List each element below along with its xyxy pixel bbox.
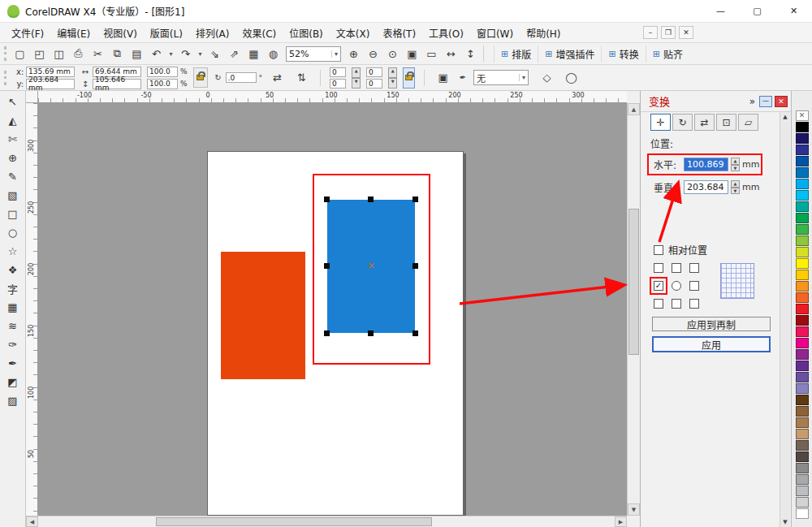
outline-pen-tool[interactable]: ✒ <box>3 354 23 373</box>
stepper-up-icon[interactable]: ▲ <box>388 67 397 78</box>
rectangle-tool[interactable]: □ <box>3 205 23 223</box>
new-document-button[interactable]: ▢ <box>11 45 29 63</box>
color-swatch[interactable] <box>796 463 809 473</box>
scroll-right-button[interactable]: ▶ <box>615 516 627 527</box>
color-swatch[interactable] <box>796 145 809 155</box>
color-swatch[interactable] <box>796 451 809 462</box>
orange-rectangle-shape[interactable] <box>221 252 305 379</box>
vertical-stepper[interactable]: ▲▼ <box>731 180 740 194</box>
menubar-item[interactable]: 排列(A) <box>189 23 236 43</box>
zoom-all-objects-button[interactable]: ▣ <box>403 45 421 63</box>
mirror-vertical-button[interactable]: ⇅ <box>292 69 311 87</box>
fill-tool[interactable]: ◩ <box>3 373 23 391</box>
interactive-blend-tool[interactable]: ≋ <box>3 317 23 335</box>
wrap-text-button[interactable]: ▣ <box>434 69 452 87</box>
color-swatch[interactable] <box>796 372 809 382</box>
ellipse-tool[interactable]: ○ <box>3 223 23 242</box>
color-swatch[interactable] <box>796 235 809 246</box>
anchor-center-radio[interactable] <box>672 281 681 291</box>
corner-bottom-left-field[interactable]: 0 <box>330 79 346 89</box>
convert-to-curves-button[interactable]: ◇ <box>538 69 556 87</box>
polygon-tool[interactable]: ☆ <box>3 242 23 261</box>
menubar-item[interactable]: 版面(L) <box>144 23 189 43</box>
horizontal-ruler[interactable]: -100-50050100150200250300 <box>38 91 627 103</box>
corner-bottom-right-field[interactable]: 0 <box>366 79 382 89</box>
transform-position-button[interactable]: ✛ <box>650 114 671 131</box>
interactive-fill-tool[interactable]: ▨ <box>3 391 23 410</box>
paste-button[interactable]: ▤ <box>127 45 146 63</box>
color-swatch[interactable] <box>796 361 809 371</box>
corner-lock-button[interactable] <box>403 67 415 89</box>
smart-fill-tool[interactable]: ▧ <box>3 186 23 205</box>
zoom-level-combo[interactable]: 52% ▾ <box>286 46 341 62</box>
color-swatch[interactable] <box>796 338 809 348</box>
outline-width-combo[interactable]: 无 ▾ <box>473 70 529 85</box>
apply-button[interactable]: 应用 <box>652 336 771 352</box>
mirror-horizontal-button[interactable]: ⇄ <box>268 69 287 87</box>
color-swatch[interactable] <box>796 270 809 280</box>
import-button[interactable]: ⇘ <box>205 45 224 63</box>
color-swatch[interactable] <box>796 383 809 394</box>
menubar-item[interactable]: 效果(C) <box>235 23 283 43</box>
anchor-bottom-right-checkbox[interactable] <box>689 299 699 309</box>
drawing-canvas[interactable]: ✕ <box>38 103 627 516</box>
stepper-down-icon[interactable]: ▼ <box>388 78 397 89</box>
scale-y-field[interactable]: 100.0 <box>147 79 178 89</box>
anchor-top-right-checkbox[interactable] <box>689 263 699 273</box>
color-swatch[interactable] <box>796 349 809 360</box>
corner-right-stepper[interactable]: ▲▼ <box>388 67 397 89</box>
anchor-top-center-checkbox[interactable] <box>672 263 681 273</box>
minimize-button[interactable]: — <box>702 0 739 22</box>
menubar-item[interactable]: 位图(B) <box>283 23 330 43</box>
color-swatch[interactable] <box>796 406 809 417</box>
color-swatch[interactable] <box>796 133 809 144</box>
menubar-item[interactable]: 帮助(H) <box>520 23 567 43</box>
horizontal-position-input[interactable]: 100.869 <box>684 158 728 171</box>
menubar-item[interactable]: 编辑(E) <box>50 23 97 43</box>
scale-x-field[interactable]: 100.0 <box>147 67 178 77</box>
zoom-in-button[interactable]: ⊕ <box>344 45 363 63</box>
menubar-item[interactable]: 文本(X) <box>330 23 377 43</box>
color-swatch[interactable] <box>796 213 809 223</box>
scroll-up-button[interactable]: ▲ <box>628 103 640 115</box>
color-swatch[interactable] <box>796 201 809 212</box>
menubar-item[interactable]: 文件(F) <box>5 23 50 43</box>
save-button[interactable]: ◫ <box>50 45 68 63</box>
stepper-up-icon[interactable]: ▲ <box>352 67 361 78</box>
zoom-page-width-button[interactable]: ↔ <box>442 45 460 63</box>
anchor-bottom-center-checkbox[interactable] <box>672 299 681 309</box>
close-button[interactable]: ✕ <box>775 0 812 22</box>
horizontal-scrollbar-thumb[interactable] <box>156 517 432 526</box>
corner-left-stepper[interactable]: ▲▼ <box>352 67 361 89</box>
scroll-down-button[interactable]: ▼ <box>628 503 640 516</box>
docker-close-button[interactable]: ✕ <box>775 96 788 107</box>
color-swatch[interactable] <box>796 167 809 178</box>
transform-size-button[interactable]: ⊡ <box>716 114 736 131</box>
table-tool[interactable]: ▦ <box>3 298 23 317</box>
transform-scale-mirror-button[interactable]: ⇄ <box>694 114 715 131</box>
zoom-page-height-button[interactable]: ↕ <box>461 45 480 63</box>
snap-to-button[interactable]: ⊞贴齐 <box>646 45 689 63</box>
print-button[interactable]: ⎙ <box>69 45 88 63</box>
color-swatch[interactable] <box>796 247 809 257</box>
menubar-item[interactable]: 表格(T) <box>376 23 422 43</box>
color-swatch[interactable] <box>796 440 809 451</box>
maximize-button[interactable]: ▢ <box>739 0 775 22</box>
color-swatch[interactable] <box>796 474 809 485</box>
convert-button[interactable]: ⊞转换 <box>601 45 645 63</box>
menubar-item[interactable]: 视图(V) <box>97 23 144 43</box>
menubar-item[interactable]: 工具(O) <box>422 23 470 43</box>
color-swatch[interactable] <box>796 304 809 314</box>
document-close-button[interactable]: ✕ <box>679 26 693 39</box>
corner-top-left-field[interactable]: 0 <box>330 67 346 77</box>
zoom-out-button[interactable]: ⊖ <box>364 45 382 63</box>
lock-ratio-button[interactable] <box>193 67 208 88</box>
color-swatch[interactable] <box>796 156 809 166</box>
open-button[interactable]: ◰ <box>30 45 49 63</box>
object-height-field[interactable]: 105.646 mm <box>93 79 141 89</box>
zoom-tool[interactable]: ⊕ <box>3 149 23 167</box>
anchor-middle-left-checkbox[interactable]: ✓ <box>654 281 663 291</box>
color-swatch[interactable] <box>796 281 809 292</box>
text-tool[interactable]: 字 <box>3 279 23 298</box>
anchor-middle-right-checkbox[interactable] <box>689 281 699 291</box>
